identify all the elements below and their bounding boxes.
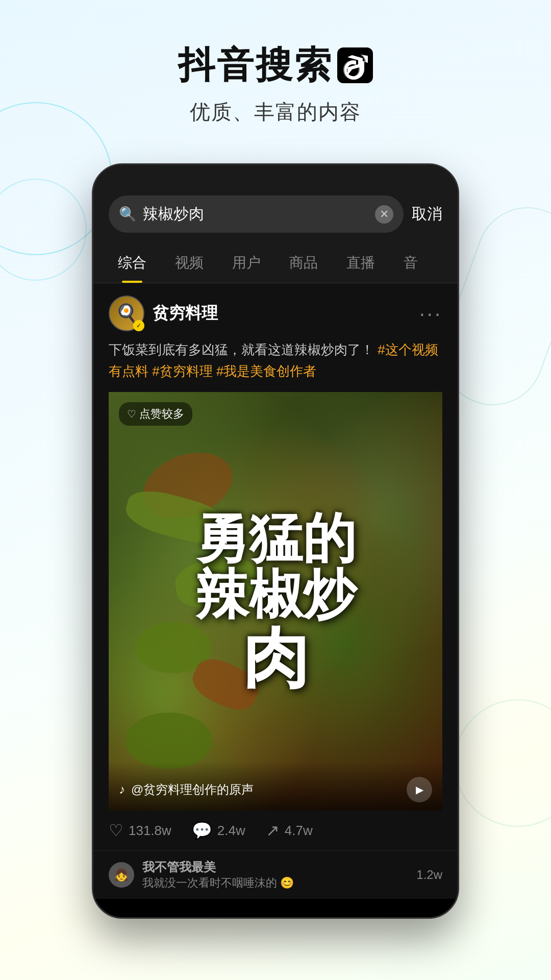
like-count: 131.8w <box>129 823 171 839</box>
search-tabs: 综合 视频 用户 商品 直播 音 <box>93 243 458 283</box>
cancel-search-button[interactable]: 取消 <box>412 204 442 225</box>
header: 抖音搜索 优质、丰富的内容 <box>0 0 551 146</box>
comment-preview: 👧 我不管我最美 我就没一次看时不咽唾沫的 😊 1.2w <box>93 850 458 899</box>
hashtag-2[interactable]: #贫穷料理 <box>152 363 212 379</box>
video-overlay-text: 勇猛的 辣椒炒 肉 <box>195 510 356 693</box>
hashtag-3[interactable]: #我是美食创作者 <box>216 363 316 379</box>
interaction-row: ♡ 131.8w 💬 2.4w ↗ 4.7w <box>93 811 458 850</box>
more-options-button[interactable]: ··· <box>419 302 442 325</box>
tiktok-audio-icon: ♪ <box>119 782 125 797</box>
app-subtitle: 优质、丰富的内容 <box>0 98 551 126</box>
overlay-title-line1: 勇猛的 <box>195 510 356 567</box>
video-bottom-bar: ♪ @贫穷料理创作的原声 ▶ <box>109 762 442 811</box>
tab-video[interactable]: 视频 <box>161 243 218 283</box>
user-info: ✓ 贫穷料理 <box>109 296 218 331</box>
search-icon: 🔍 <box>119 206 137 223</box>
tab-user[interactable]: 用户 <box>218 243 275 283</box>
tab-live[interactable]: 直播 <box>332 243 389 283</box>
comment-count: 2.4w <box>217 823 245 839</box>
comment-icon: 💬 <box>192 821 212 840</box>
overlay-title-line2: 辣椒炒 <box>195 567 356 623</box>
search-area: 🔍 辣椒炒肉 ✕ 取消 <box>93 165 458 243</box>
hot-label: ♡ 点赞较多 <box>119 402 192 426</box>
tab-comprehensive[interactable]: 综合 <box>104 243 161 283</box>
comment-content: 我不管我最美 我就没一次看时不咽唾沫的 😊 <box>142 859 408 891</box>
comment-text: 我就没一次看时不咽唾沫的 😊 <box>142 875 408 891</box>
tab-product[interactable]: 商品 <box>275 243 332 283</box>
phone-mockup: 🔍 辣椒炒肉 ✕ 取消 综合 视频 用户 商品 <box>92 163 459 919</box>
tab-audio[interactable]: 音 <box>389 243 432 283</box>
app-title: 抖音搜索 <box>178 41 333 90</box>
search-box[interactable]: 🔍 辣椒炒肉 ✕ <box>109 195 404 233</box>
phone-frame: 🔍 辣椒炒肉 ✕ 取消 综合 视频 用户 商品 <box>92 163 459 919</box>
comment-button[interactable]: 💬 2.4w <box>192 821 245 840</box>
post-text: 下饭菜到底有多凶猛，就看这道辣椒炒肉了！ #这个视频有点料 #贫穷料理 #我是美… <box>109 339 442 382</box>
post-card: ✓ 贫穷料理 ··· 下饭菜到底有多凶猛，就看这道辣椒炒肉了！ #这个视频有点料… <box>93 283 458 811</box>
user-info-row: ✓ 贫穷料理 ··· <box>109 296 442 331</box>
like-icon: ♡ <box>109 821 123 840</box>
bg-decoration-circle-3 <box>454 699 551 827</box>
search-query-text: 辣椒炒肉 <box>143 204 369 225</box>
avatar-wrapper: ✓ <box>109 296 144 331</box>
tiktok-logo-icon <box>337 47 373 83</box>
share-count: 4.7w <box>285 823 313 839</box>
commenter-username: 我不管我最美 <box>142 859 408 875</box>
play-button[interactable]: ▶ <box>407 777 432 802</box>
share-button[interactable]: ↗ 4.7w <box>266 821 313 840</box>
commenter-avatar: 👧 <box>109 862 134 888</box>
video-thumbnail[interactable]: ♡ 点赞较多 勇猛的 辣椒炒 肉 ♪ @贫穷料理创作的原 <box>109 392 442 811</box>
audio-label: @贫穷料理创作的原声 <box>131 781 400 798</box>
like-button[interactable]: ♡ 131.8w <box>109 821 171 840</box>
share-icon: ↗ <box>266 821 280 840</box>
clear-search-button[interactable]: ✕ <box>375 205 393 224</box>
phone-screen: 🔍 辣椒炒肉 ✕ 取消 综合 视频 用户 商品 <box>93 165 458 917</box>
comment-likes: 1.2w <box>416 868 442 882</box>
verified-badge: ✓ <box>133 320 144 331</box>
username: 贫穷料理 <box>153 302 218 325</box>
overlay-title-line3: 肉 <box>242 623 309 693</box>
main-title-row: 抖音搜索 <box>0 41 551 90</box>
hot-heart-icon: ♡ <box>127 408 136 420</box>
